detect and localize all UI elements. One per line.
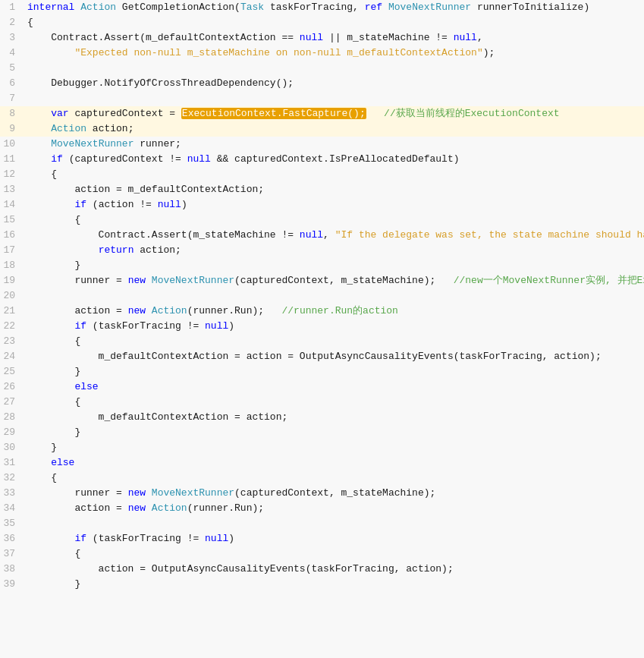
code-line: 5 xyxy=(0,61,644,76)
code-content: if (capturedContext != null && capturedC… xyxy=(21,152,644,167)
line-number: 37 xyxy=(0,546,21,562)
code-line: 20 xyxy=(0,288,644,304)
code-line: 27 { xyxy=(0,395,644,410)
code-line: 6 Debugger.NotifyOfCrossThreadDependency… xyxy=(0,76,644,91)
line-number: 35 xyxy=(0,516,21,531)
code-content: { xyxy=(21,546,644,562)
code-line: 11 if (capturedContext != null && captur… xyxy=(0,152,644,167)
code-content: { xyxy=(21,15,644,30)
line-number: 25 xyxy=(0,364,21,379)
line-number: 31 xyxy=(0,455,21,471)
code-line: 38 action = OutputAsyncCausalityEvents(t… xyxy=(0,562,644,577)
code-content: { xyxy=(21,395,644,410)
code-line: 12 { xyxy=(0,167,644,182)
code-line: 24 m_defaultContextAction = action = Out… xyxy=(0,349,644,364)
code-line: 21 action = new Action(runner.Run); //ru… xyxy=(0,304,644,319)
code-line: 34 action = new Action(runner.Run); xyxy=(0,501,644,516)
line-number: 16 xyxy=(0,228,21,243)
code-content: action = new Action(runner.Run); //runne… xyxy=(21,304,644,319)
code-content: { xyxy=(21,471,644,486)
code-content: action = m_defaultContextAction; xyxy=(21,182,644,197)
code-line: 37 { xyxy=(0,546,644,562)
line-number: 30 xyxy=(0,440,21,455)
line-number: 39 xyxy=(0,577,21,592)
code-content xyxy=(21,91,644,106)
line-number: 15 xyxy=(0,213,21,228)
line-number: 6 xyxy=(0,76,21,91)
line-number: 10 xyxy=(0,137,21,152)
code-content: } xyxy=(21,364,644,379)
code-line: 4 "Expected non-null m_stateMachine on n… xyxy=(0,46,644,61)
code-content: Contract.Assert(m_defaultContextAction =… xyxy=(21,30,644,46)
code-line: 15 { xyxy=(0,213,644,228)
code-content: } xyxy=(21,425,644,440)
line-number: 38 xyxy=(0,562,21,577)
code-line: 31 else xyxy=(0,455,644,471)
line-number: 3 xyxy=(0,30,21,46)
code-line: 7 xyxy=(0,91,644,106)
code-content: var capturedContext = ExecutionContext.F… xyxy=(21,106,644,121)
line-number: 22 xyxy=(0,319,21,334)
code-content: m_defaultContextAction = action; xyxy=(21,410,644,425)
code-line: 32 { xyxy=(0,471,644,486)
code-line: 14 if (action != null) xyxy=(0,197,644,213)
code-line: 13 action = m_defaultContextAction; xyxy=(0,182,644,197)
line-number: 2 xyxy=(0,15,21,30)
code-content: runner = new MoveNextRunner(capturedCont… xyxy=(21,486,644,501)
line-number: 7 xyxy=(0,91,21,106)
code-content: action = OutputAsyncCausalityEvents(task… xyxy=(21,562,644,577)
code-content: if (action != null) xyxy=(21,197,644,213)
code-content: if (taskForTracing != null) xyxy=(21,531,644,546)
code-line: 39 } xyxy=(0,577,644,592)
code-content xyxy=(21,516,644,531)
code-content: m_defaultContextAction = action = Output… xyxy=(21,349,644,364)
code-content: return action; xyxy=(21,243,644,258)
code-content: MoveNextRunner runner; xyxy=(21,137,644,152)
code-line: 30 } xyxy=(0,440,644,455)
code-line: 3 Contract.Assert(m_defaultContextAction… xyxy=(0,30,644,46)
code-content: { xyxy=(21,213,644,228)
line-number: 1 xyxy=(0,0,21,15)
line-number: 24 xyxy=(0,349,21,364)
code-line: 16 Contract.Assert(m_stateMachine != nul… xyxy=(0,228,644,243)
line-number: 29 xyxy=(0,425,21,440)
code-content: runner = new MoveNextRunner(capturedCont… xyxy=(21,273,644,288)
line-number: 5 xyxy=(0,61,21,76)
line-number: 23 xyxy=(0,334,21,349)
code-content: { xyxy=(21,167,644,182)
line-number: 8 xyxy=(0,106,21,121)
code-line: 33 runner = new MoveNextRunner(capturedC… xyxy=(0,486,644,501)
code-editor: 1 internal Action GetCompletionAction(Ta… xyxy=(0,0,644,658)
code-content: } xyxy=(21,440,644,455)
code-line: 17 return action; xyxy=(0,243,644,258)
code-content: Debugger.NotifyOfCrossThreadDependency()… xyxy=(21,76,644,91)
line-number: 13 xyxy=(0,182,21,197)
code-line: 9 Action action; xyxy=(0,121,644,137)
code-line: 26 else xyxy=(0,379,644,395)
code-content xyxy=(21,288,644,304)
line-number: 21 xyxy=(0,304,21,319)
code-content: if (taskForTracing != null) xyxy=(21,319,644,334)
code-content: } xyxy=(21,258,644,273)
code-content: internal Action GetCompletionAction(Task… xyxy=(21,0,644,15)
code-content: action = new Action(runner.Run); xyxy=(21,501,644,516)
line-number: 34 xyxy=(0,501,21,516)
code-line: 25 } xyxy=(0,364,644,379)
line-number: 26 xyxy=(0,379,21,395)
code-content: Contract.Assert(m_stateMachine != null, … xyxy=(21,228,644,243)
line-number: 4 xyxy=(0,46,21,61)
line-number: 9 xyxy=(0,121,21,137)
line-number: 32 xyxy=(0,471,21,486)
code-line: 28 m_defaultContextAction = action; xyxy=(0,410,644,425)
code-line: 18 } xyxy=(0,258,644,273)
line-number: 12 xyxy=(0,167,21,182)
line-number: 17 xyxy=(0,243,21,258)
code-content: { xyxy=(21,334,644,349)
code-line: 22 if (taskForTracing != null) xyxy=(0,319,644,334)
code-content: else xyxy=(21,379,644,395)
code-line: 29 } xyxy=(0,425,644,440)
code-content: else xyxy=(21,455,644,471)
line-number: 28 xyxy=(0,410,21,425)
code-line: 23 { xyxy=(0,334,644,349)
code-line: 1 internal Action GetCompletionAction(Ta… xyxy=(0,0,644,15)
